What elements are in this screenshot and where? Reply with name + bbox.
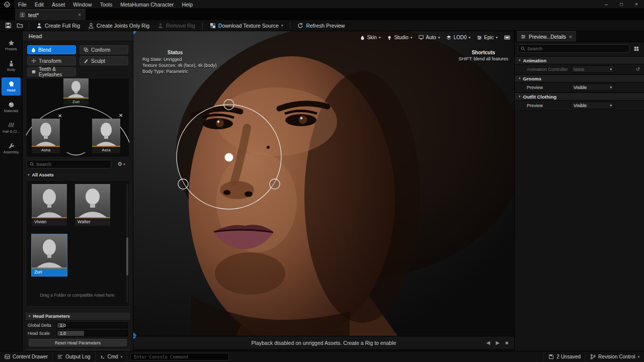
search-icon — [30, 162, 34, 166]
create-full-rig-button[interactable]: Create Full Rig — [33, 21, 84, 31]
lod-dropdown-button[interactable]: LOD0▾ — [446, 35, 470, 40]
blend-node-thumbnail — [63, 78, 89, 99]
grooms-section-header[interactable]: ▾ Grooms — [515, 74, 644, 82]
skin-dropdown-button[interactable]: Skin▾ — [360, 35, 380, 40]
3d-viewport[interactable]: Skin▾ Studio▾ Auto▾ LOD0▾ Epic▾ — [133, 31, 514, 336]
outfit-clothing-section-header[interactable]: ▾ Outfit Clothing — [515, 93, 644, 101]
rail-item-materials[interactable]: Materials — [2, 98, 21, 116]
rail-label: Head — [7, 88, 16, 92]
save-button[interactable] — [3, 21, 14, 31]
output-log-button[interactable]: Output Log — [53, 351, 95, 362]
sculpt-mode-button[interactable]: Sculpt — [79, 56, 128, 65]
viewport-corner-marker — [133, 336, 136, 339]
asset-view-options-button[interactable]: ⚙▾ — [114, 160, 129, 168]
preview-details-tab[interactable]: Preview...Details × — [517, 31, 576, 42]
reset-to-default-icon[interactable]: ↺ — [636, 66, 640, 72]
remove-blend-node-asha-icon[interactable]: ✕ — [58, 114, 62, 119]
rail-item-hair-clothing[interactable]: Hair & Cl... — [2, 119, 21, 137]
rail-item-assembly[interactable]: Assembly — [2, 139, 21, 157]
reset-head-parameters-button[interactable]: Reset Head Parameters — [29, 339, 127, 346]
tab-test-asset[interactable]: test* × — [15, 9, 86, 20]
global-delta-slider[interactable]: 1.0 — [57, 322, 128, 328]
console-icon — [100, 354, 105, 359]
conform-icon — [84, 47, 89, 52]
animation-controller-dropdown[interactable]: None ▾ — [571, 65, 614, 73]
unreal-logo-icon[interactable] — [0, 0, 14, 9]
menu-asset[interactable]: Asset — [48, 0, 69, 9]
head-scale-slider[interactable]: 1.0 — [57, 330, 128, 336]
studio-label: Studio — [394, 35, 408, 40]
main-toolbar: Create Full Rig Create Joints Only Rig R… — [0, 20, 644, 31]
output-log-icon — [57, 354, 63, 359]
download-texture-source-button[interactable]: Download Texture Source ▾ — [206, 21, 287, 31]
cmd-dropdown-button[interactable]: Cmd ▾ — [96, 351, 128, 362]
tab-close-icon[interactable]: × — [78, 12, 81, 18]
conform-mode-button[interactable]: Conform — [79, 45, 128, 54]
rail-item-head[interactable]: Head — [2, 77, 21, 96]
screenshot-button[interactable] — [504, 35, 510, 40]
head-parameters-header[interactable]: ▾ Head Parameters — [26, 313, 130, 320]
browse-to-asset-button[interactable] — [15, 21, 25, 31]
play-icon[interactable]: ▶ — [496, 340, 500, 345]
outfit-clothing-section-title: Outfit Clothing — [523, 94, 556, 100]
studio-lighting-dropdown-button[interactable]: Studio▾ — [387, 35, 412, 40]
blend-node-aera[interactable]: Aera — [92, 119, 120, 153]
outfit-preview-dropdown[interactable]: Visible ▾ — [571, 102, 614, 109]
quality-epic-dropdown-button[interactable]: Epic▾ — [477, 35, 498, 40]
asset-grid-scrollbar[interactable] — [126, 184, 128, 303]
sculpt-label: Sculpt — [91, 58, 105, 64]
asset-card-walter[interactable]: Walter — [75, 184, 110, 226]
details-view-options-button[interactable] — [632, 44, 641, 53]
maximize-icon[interactable]: □ — [614, 0, 629, 9]
screen-percentage-auto-dropdown-button[interactable]: Auto▾ — [419, 35, 440, 40]
asset-search-box[interactable] — [27, 160, 111, 168]
console-command-input[interactable] — [130, 353, 229, 360]
hair-clothing-icon — [8, 122, 15, 129]
asset-card-zuri[interactable]: Zuri — [32, 234, 67, 276]
menu-help[interactable]: Help — [178, 0, 197, 9]
stop-icon[interactable]: ■ — [505, 340, 508, 345]
rail-item-presets[interactable]: Presets — [2, 36, 21, 54]
menu-file[interactable]: File — [14, 0, 31, 9]
grooms-preview-dropdown[interactable]: Visible ▾ — [571, 83, 614, 91]
tab-close-icon[interactable]: × — [569, 34, 572, 40]
revision-control-button[interactable]: Revision Control ▾ — [585, 351, 644, 362]
asset-card-vivian[interactable]: Vivian — [32, 184, 67, 226]
rail-item-body[interactable]: Body — [2, 57, 21, 75]
teeth-eyelashes-mode-button[interactable]: Teeth & Eyelashes — [27, 67, 76, 76]
transform-mode-button[interactable]: Transform — [27, 56, 76, 65]
content-drawer-button[interactable]: Content Drawer — [0, 351, 53, 362]
create-joints-only-rig-button[interactable]: Create Joints Only Rig — [85, 21, 153, 31]
details-sections: ▾ Animation Animation Controller None ▾ … — [515, 56, 644, 111]
menu-window[interactable]: Window — [69, 0, 96, 9]
rail-label: Hair & Cl... — [3, 130, 20, 133]
minimize-icon[interactable]: – — [599, 0, 614, 9]
asset-name: Walter — [75, 218, 110, 226]
remove-rig-person-icon — [157, 23, 164, 29]
animation-section-title: Animation — [523, 58, 546, 63]
details-search-box[interactable] — [518, 44, 629, 53]
cmd-label: Cmd — [108, 354, 118, 359]
blend-wheel-canvas[interactable]: Zuri ✕ Asha ✕ Aera — [26, 78, 130, 157]
create-full-rig-label: Create Full Rig — [45, 23, 80, 29]
skin-label: Skin — [367, 35, 376, 40]
remove-blend-node-aera-icon[interactable]: ✕ — [119, 113, 123, 118]
chevron-down-icon: ▾ — [123, 162, 125, 166]
details-search-input[interactable] — [527, 46, 626, 51]
asset-name: Zuri — [32, 268, 67, 276]
menu-edit[interactable]: Edit — [31, 0, 48, 9]
blend-node-zuri[interactable]: Zuri — [63, 78, 89, 105]
sculpt-pen-icon — [84, 58, 89, 63]
unsaved-changes-button[interactable]: 2 Unsaved — [543, 351, 585, 362]
menu-bar: File Edit Asset Window Tools MetaHuman C… — [0, 0, 644, 9]
blend-mode-button[interactable]: Blend — [27, 45, 76, 54]
close-icon[interactable]: × — [629, 0, 644, 9]
menu-metahuman-character[interactable]: MetaHuman Character — [116, 0, 178, 9]
menu-tools[interactable]: Tools — [96, 0, 117, 9]
previous-frame-icon[interactable]: ◀ — [487, 340, 491, 345]
refresh-preview-button[interactable]: Refresh Preview — [294, 21, 348, 31]
all-assets-header[interactable]: ▾ All Assets — [28, 172, 54, 177]
asset-search-input[interactable] — [36, 161, 108, 167]
animation-section-header[interactable]: ▾ Animation — [515, 56, 644, 64]
blend-node-asha[interactable]: Asha — [32, 119, 60, 153]
